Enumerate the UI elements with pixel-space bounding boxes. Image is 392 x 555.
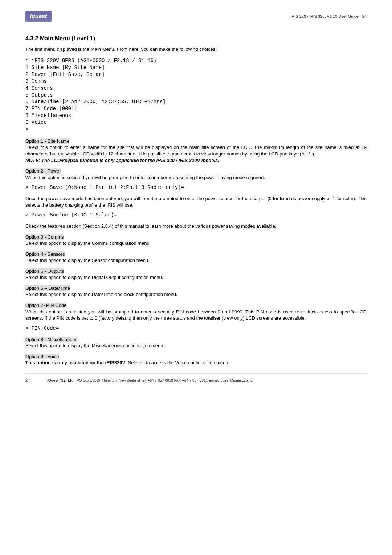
option-6-title: Option 6 – Date/Time — [25, 285, 70, 291]
option-4-body: Select this option to display the Sensor… — [25, 258, 150, 263]
option-2-code2: > Power Source (0:DC 1:Solar)= — [25, 212, 367, 219]
option-9-block: Option 9 - Voice This option is only ava… — [25, 353, 367, 366]
option-6-body: Select this option to display the Date/T… — [25, 292, 177, 297]
footer-company: iQuest (NZ) Ltd — [47, 378, 73, 382]
page-header: iquest iRIS 220 / iRIS 320, V1.19 User G… — [25, 11, 367, 22]
option-1-note: NOTE: The LCD/keypad function is only ap… — [25, 158, 219, 163]
header-page-info: iRIS 220 / iRIS 320, V1.19 User Guide - … — [291, 11, 367, 19]
option-7-title: Option 7- PIN Code — [25, 303, 66, 308]
option-8-body: Select this option to display the Miscel… — [25, 343, 164, 348]
logo: iquest — [25, 11, 52, 22]
footer-rule — [25, 373, 367, 374]
option-3-block: Option 3 - Comms Select this option to d… — [25, 234, 367, 247]
option-2-body3: Check the features section (Section 2.8.… — [25, 223, 367, 230]
option-2-code1: > Power Save (0:None 1:Partial 2:Full 3:… — [25, 184, 367, 191]
option-5-body: Select this option to display the Digita… — [25, 275, 163, 280]
option-1-title: Option 1 - Site Name — [25, 138, 69, 144]
option-3-title: Option 3 - Comms — [25, 234, 64, 240]
option-2-body1: When this option is selected you will be… — [25, 174, 367, 181]
option-9-rest: . Select it to access the Voice configur… — [125, 360, 229, 365]
menu-listing: * iRIS 320V GPRS (AG1-0000 / F2.18 / S1.… — [25, 57, 367, 133]
option-8-block: Option 8 - Miscellaneous Select this opt… — [25, 336, 367, 349]
footer-text: iQuest (NZ) Ltd - PO Box 15169, Hamilton… — [47, 378, 253, 383]
intro-text: The first menu displayed is the Main Men… — [25, 46, 367, 53]
option-2-body2: Once the power save mode has been entere… — [25, 195, 367, 208]
option-7-body: When this option is selected you will be… — [25, 309, 367, 321]
option-6-block: Option 6 – Date/Time Select this option … — [25, 285, 367, 298]
option-3-body: Select this option to display the Comms … — [25, 240, 151, 246]
option-7-block: Option 7- PIN Code When this option is s… — [25, 302, 367, 332]
option-4-title: Option 4 - Sensors — [25, 251, 65, 257]
option-8-title: Option 8 - Miscellaneous — [25, 337, 77, 342]
option-7-code: > PIN Code= — [25, 325, 367, 332]
page-footer: 24 iQuest (NZ) Ltd - PO Box 15169, Hamil… — [25, 378, 367, 383]
option-9-bold: This option is only available on the iRI… — [25, 360, 125, 365]
option-2-title: Option 2 - Power — [25, 168, 61, 174]
section-title: 4.3.2 Main Menu (Level 1) — [25, 35, 367, 42]
option-1-body: Select this option to enter a name for t… — [25, 144, 367, 157]
option-2-block: Option 2 - Power When this option is sel… — [25, 168, 367, 230]
header-rule — [25, 24, 367, 24]
footer-page-number: 24 — [25, 378, 47, 383]
footer-rest: - PO Box 15169, Hamilton, New Zealand Te… — [73, 378, 253, 382]
option-5-block: Option 5 - Outputs Select this option to… — [25, 268, 367, 281]
option-1-block: Option 1 - Site Name Select this option … — [25, 138, 367, 163]
option-9-title: Option 9 - Voice — [25, 354, 59, 359]
option-4-block: Option 4 - Sensors Select this option to… — [25, 251, 367, 264]
option-5-title: Option 5 - Outputs — [25, 268, 64, 274]
